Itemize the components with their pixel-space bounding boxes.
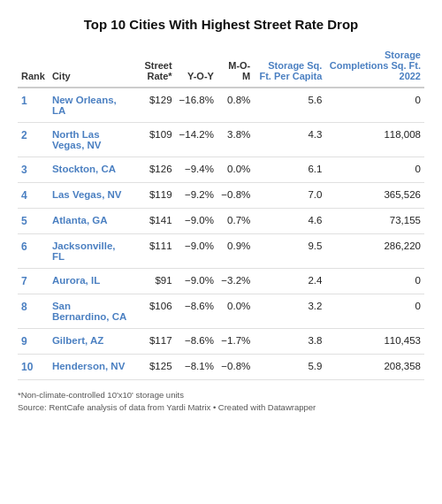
cell-completions: 0 [325, 294, 424, 328]
cell-sqft_per_capita: 7.0 [254, 182, 325, 208]
cell-rank: 7 [18, 268, 49, 294]
cell-completions: 365,526 [325, 182, 424, 208]
cell-rank: 5 [18, 208, 49, 233]
cell-city: North Las Vegas, NV [49, 122, 132, 157]
col-header-rank: Rank [18, 46, 49, 88]
col-header-mom: M-O-M [217, 46, 254, 88]
table-row: 5Atlanta, GA$141−9.0%0.7%4.673,155 [18, 208, 424, 233]
cell-sqft_per_capita: 3.2 [254, 294, 325, 328]
cell-street_rate: $91 [132, 268, 176, 294]
cell-completions: 73,155 [325, 208, 424, 233]
cell-rank: 2 [18, 122, 49, 157]
cell-rank: 10 [18, 354, 49, 379]
cell-sqft_per_capita: 5.6 [254, 88, 325, 123]
cell-rank: 3 [18, 157, 49, 182]
cell-yoy: −16.8% [176, 88, 217, 123]
cell-yoy: −9.0% [176, 208, 217, 233]
cell-street_rate: $106 [132, 294, 176, 328]
cell-city: Stockton, CA [49, 157, 132, 182]
cell-mom: −3.2% [217, 268, 254, 294]
footer: *Non-climate-controlled 10'x10' storage … [18, 389, 424, 415]
cell-sqft_per_capita: 9.5 [254, 233, 325, 268]
cell-mom: −1.7% [217, 328, 254, 354]
table-row: 8San Bernardino, CA$106−8.6%0.0%3.20 [18, 294, 424, 328]
cell-yoy: −8.6% [176, 328, 217, 354]
cell-yoy: −8.6% [176, 294, 217, 328]
cell-city: San Bernardino, CA [49, 294, 132, 328]
cell-mom: 3.8% [217, 122, 254, 157]
cell-city: Gilbert, AZ [49, 328, 132, 354]
cell-completions: 110,453 [325, 328, 424, 354]
cell-sqft_per_capita: 5.9 [254, 354, 325, 379]
table-row: 6Jacksonville, FL$111−9.0%0.9%9.5286,220 [18, 233, 424, 268]
cell-yoy: −9.2% [176, 182, 217, 208]
cell-completions: 0 [325, 268, 424, 294]
table-row: 3Stockton, CA$126−9.4%0.0%6.10 [18, 157, 424, 182]
footer-note: *Non-climate-controlled 10'x10' storage … [18, 389, 424, 401]
cell-yoy: −8.1% [176, 354, 217, 379]
cell-street_rate: $111 [132, 233, 176, 268]
col-header-completions: Storage Completions Sq. Ft. 2022 [325, 46, 424, 88]
cell-city: Jacksonville, FL [49, 233, 132, 268]
cell-completions: 0 [325, 88, 424, 123]
cell-street_rate: $109 [132, 122, 176, 157]
col-header-street_rate: Street Rate* [132, 46, 176, 88]
cell-yoy: −9.0% [176, 268, 217, 294]
cell-rank: 6 [18, 233, 49, 268]
cell-city: Las Vegas, NV [49, 182, 132, 208]
cell-mom: 0.0% [217, 294, 254, 328]
data-table: RankCityStreet Rate*Y-O-YM-O-MStorage Sq… [18, 46, 424, 380]
col-header-sqft_per_capita: Storage Sq. Ft. Per Capita [254, 46, 325, 88]
cell-rank: 4 [18, 182, 49, 208]
cell-sqft_per_capita: 2.4 [254, 268, 325, 294]
cell-city: Aurora, IL [49, 268, 132, 294]
cell-completions: 118,008 [325, 122, 424, 157]
cell-completions: 0 [325, 157, 424, 182]
cell-city: Atlanta, GA [49, 208, 132, 233]
cell-street_rate: $119 [132, 182, 176, 208]
footer-source: Source: RentCafe analysis of data from Y… [18, 401, 424, 414]
table-row: 10Henderson, NV$125−8.1%−0.8%5.9208,358 [18, 354, 424, 379]
cell-mom: −0.8% [217, 182, 254, 208]
cell-street_rate: $129 [132, 88, 176, 123]
cell-mom: −0.8% [217, 354, 254, 379]
table-row: 4Las Vegas, NV$119−9.2%−0.8%7.0365,526 [18, 182, 424, 208]
table-row: 7Aurora, IL$91−9.0%−3.2%2.40 [18, 268, 424, 294]
cell-yoy: −9.4% [176, 157, 217, 182]
cell-mom: 0.9% [217, 233, 254, 268]
cell-street_rate: $126 [132, 157, 176, 182]
col-header-city: City [49, 46, 132, 88]
cell-city: Henderson, NV [49, 354, 132, 379]
cell-sqft_per_capita: 4.6 [254, 208, 325, 233]
cell-street_rate: $117 [132, 328, 176, 354]
cell-mom: 0.8% [217, 88, 254, 123]
cell-sqft_per_capita: 4.3 [254, 122, 325, 157]
page-title: Top 10 Cities With Highest Street Rate D… [18, 16, 424, 34]
cell-rank: 1 [18, 88, 49, 123]
table-row: 2North Las Vegas, NV$109−14.2%3.8%4.3118… [18, 122, 424, 157]
cell-yoy: −9.0% [176, 233, 217, 268]
cell-mom: 0.7% [217, 208, 254, 233]
cell-street_rate: $141 [132, 208, 176, 233]
cell-sqft_per_capita: 6.1 [254, 157, 325, 182]
cell-completions: 286,220 [325, 233, 424, 268]
cell-sqft_per_capita: 3.8 [254, 328, 325, 354]
table-row: 9Gilbert, AZ$117−8.6%−1.7%3.8110,453 [18, 328, 424, 354]
cell-rank: 8 [18, 294, 49, 328]
cell-rank: 9 [18, 328, 49, 354]
cell-city: New Orleans, LA [49, 88, 132, 123]
col-header-yoy: Y-O-Y [176, 46, 217, 88]
cell-mom: 0.0% [217, 157, 254, 182]
cell-completions: 208,358 [325, 354, 424, 379]
cell-yoy: −14.2% [176, 122, 217, 157]
table-row: 1New Orleans, LA$129−16.8%0.8%5.60 [18, 88, 424, 123]
cell-street_rate: $125 [132, 354, 176, 379]
